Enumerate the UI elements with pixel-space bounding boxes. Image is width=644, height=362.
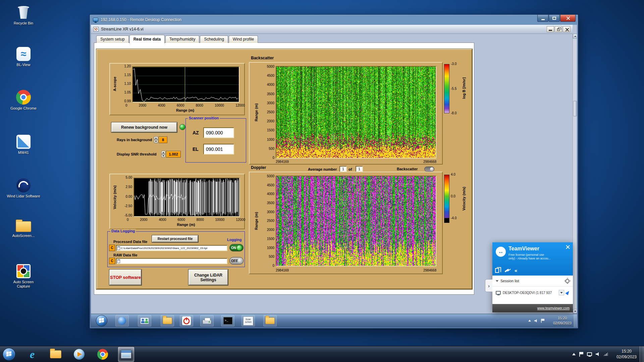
teamviewer-close-icon[interactable]: [566, 245, 570, 249]
taskbar-power-off-icon[interactable]: [180, 315, 193, 326]
tab-scheduling[interactable]: Scheduling: [200, 36, 228, 43]
taskbar-media-player-icon[interactable]: [71, 347, 87, 362]
spinner-up-icon[interactable]: [154, 136, 158, 140]
desktop-icon-autoscreen[interactable]: AutoScreen...: [7, 221, 40, 238]
tray-expand-icon[interactable]: [572, 353, 576, 355]
processed-drive-box[interactable]: C: [109, 245, 115, 251]
az-field[interactable]: 090.000: [203, 127, 234, 138]
taskbar-scan-scheduler-icon[interactable]: Scan sched: [241, 315, 255, 326]
ascope-plot: [132, 66, 239, 103]
device-dropdown-button[interactable]: [559, 290, 564, 295]
taskbar-printer-icon[interactable]: [200, 315, 214, 326]
desktop-icon-bl-view[interactable]: BL-View: [7, 47, 40, 67]
tab-real-time-data[interactable]: Real time data: [129, 35, 165, 43]
taskbar-command-prompt-icon[interactable]: [221, 315, 234, 326]
volume-icon[interactable]: [534, 319, 538, 322]
app-restore-button[interactable]: [555, 26, 562, 32]
backscatter-display-toggle[interactable]: [424, 167, 434, 172]
desktop-icon-mw41[interactable]: MW41: [7, 135, 40, 155]
tab-wind-profile[interactable]: Wind profile: [229, 36, 258, 43]
renew-background-button[interactable]: Renew background now: [111, 122, 177, 132]
scroll-up-icon[interactable]: [573, 34, 577, 39]
taskbar-network-sphere-icon[interactable]: [115, 315, 129, 326]
action-center-flag-icon[interactable]: [579, 352, 583, 357]
action-center-flag-icon[interactable]: [541, 319, 544, 323]
close-icon: [565, 27, 568, 31]
network-icon[interactable]: [603, 353, 608, 356]
raw-drive-box[interactable]: C: [109, 258, 115, 264]
average-total-field[interactable]: 1: [356, 166, 363, 172]
az-label: AZ: [193, 130, 199, 135]
rdp-titlebar[interactable]: 192.168.0.150 - Remote Desktop Connectio…: [90, 15, 578, 25]
scrollbar-thumb[interactable]: [573, 101, 577, 116]
taskbar-clock[interactable]: 15:20 02/09/2023: [616, 349, 637, 360]
teamviewer-website-link[interactable]: www.teamviewer.com: [537, 306, 570, 310]
rays-spinner[interactable]: [154, 136, 158, 143]
rdp-minimize-button[interactable]: [537, 15, 548, 22]
remote-show-desktop-button[interactable]: [574, 314, 577, 327]
scroll-down-icon[interactable]: [573, 309, 577, 314]
gear-icon[interactable]: [565, 279, 570, 283]
tab-system-setup[interactable]: System setup: [96, 36, 129, 43]
desktop-icon-wind-lidar[interactable]: Wind Lidar Software: [7, 178, 40, 198]
desktop-icon-google-chrome[interactable]: Google Chrome: [7, 90, 40, 111]
stop-software-button[interactable]: STOP software: [109, 269, 142, 285]
taskbar-chrome-icon[interactable]: [95, 347, 111, 362]
taskbar-remote-users-icon[interactable]: [138, 315, 151, 326]
rdp-tray-icon[interactable]: [587, 352, 592, 356]
show-desktop-button[interactable]: [640, 346, 644, 362]
doppler-section-title: Doppler: [251, 165, 266, 170]
backscatter-toggle-label: Backscatter: [397, 167, 418, 171]
taskbar-folders-icon[interactable]: [161, 315, 174, 326]
snr-spinner[interactable]: [161, 151, 165, 158]
restart-processed-file-button[interactable]: Restart processed file: [152, 235, 198, 242]
spinner-down-icon[interactable]: [154, 140, 158, 143]
raw-path-field[interactable]: [116, 258, 227, 264]
tray-expand-icon[interactable]: [528, 320, 531, 322]
rdp-window-title: 192.168.0.150 - Remote Desktop Connectio…: [101, 17, 181, 22]
change-lidar-settings-button[interactable]: Change LiDAR Settings: [189, 269, 228, 285]
teamviewer-collapse-icon[interactable]: [515, 267, 517, 274]
remote-start-button[interactable]: [96, 315, 107, 326]
volume-icon[interactable]: [596, 352, 600, 356]
tab-temp-humidity[interactable]: Temp/humidity: [165, 36, 199, 43]
rays-field[interactable]: 8: [159, 136, 167, 143]
desktop-icon-recycle-bin[interactable]: Recycle Bin: [7, 4, 40, 25]
vertical-scrollbar[interactable]: [573, 34, 577, 314]
spinner-down-icon[interactable]: [161, 154, 165, 158]
rdp-close-button[interactable]: [560, 15, 576, 22]
file-icon: [117, 259, 120, 263]
on-label: ON: [231, 246, 236, 250]
taskbar-remote-desktop-icon[interactable]: [118, 347, 134, 362]
spinner-up-icon[interactable]: [161, 151, 165, 154]
snr-threshold-label: Display SNR threshold: [117, 152, 157, 156]
teamviewer-expand-tab[interactable]: [485, 279, 492, 292]
desktop-icon-auto-screen-capture[interactable]: Auto Screen Capture: [7, 264, 40, 289]
remote-desktop: StreamLine XR v14-6.vi System setup Real…: [91, 25, 577, 327]
start-button[interactable]: [3, 348, 15, 361]
ascope-graph: A-scope 1.201.151.101.050.99 02000400060…: [109, 63, 245, 115]
remote-clock[interactable]: 15:20 02/09/2023: [553, 316, 572, 326]
app-close-button[interactable]: [563, 26, 570, 32]
raw-logging-toggle[interactable]: OFF: [229, 257, 244, 264]
rdp-maximize-button[interactable]: [549, 15, 560, 22]
teamviewer-device-row[interactable]: DESKTOP-OE0QDVI (1 817 937: [492, 287, 573, 299]
connect-cursor-icon[interactable]: [565, 290, 570, 295]
teamviewer-session-list-row[interactable]: Session list: [492, 276, 573, 287]
taskbar-file-explorer-icon[interactable]: [263, 315, 277, 326]
remote-date: 02/09/2023: [553, 321, 572, 326]
taskbar-file-explorer-icon[interactable]: [48, 347, 64, 362]
taskbar-internet-explorer-icon[interactable]: [24, 347, 40, 362]
minimize-icon: [549, 30, 552, 31]
app-minimize-button[interactable]: [547, 26, 554, 32]
snr-field[interactable]: 1.002: [166, 151, 181, 158]
toggle-knob-icon: [238, 258, 242, 263]
average-number-field[interactable]: 1: [339, 166, 347, 172]
teamviewer-sessions-icon[interactable]: [495, 268, 499, 273]
el-field[interactable]: 090.001: [203, 144, 234, 155]
teamviewer-tools-icon[interactable]: [504, 268, 509, 272]
processed-logging-toggle[interactable]: ON: [229, 244, 244, 251]
app-titlebar[interactable]: StreamLine XR v14-6.vi: [91, 25, 573, 34]
processed-path-field[interactable]: C:\Lidar\Data\Proc\2023\202309\20230902\…: [116, 245, 227, 251]
desktop-icon-label: BL-View: [17, 63, 31, 67]
